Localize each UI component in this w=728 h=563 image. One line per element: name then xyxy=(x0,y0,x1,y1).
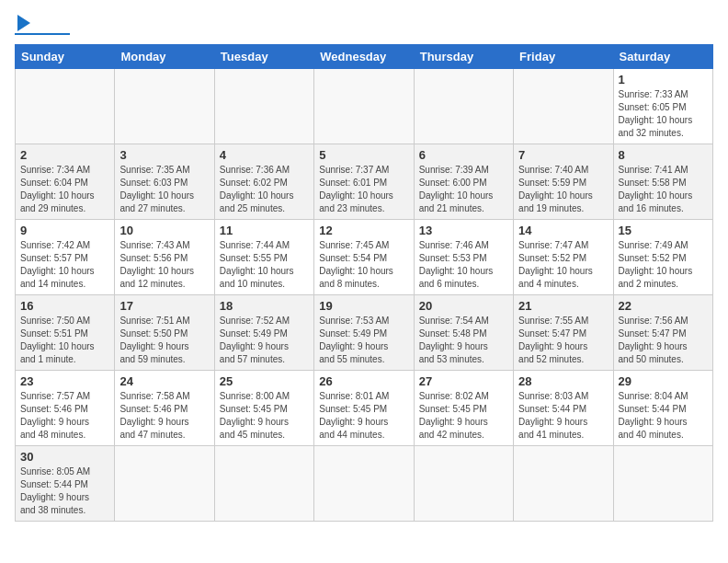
day-number: 26 xyxy=(319,374,408,388)
day-number: 21 xyxy=(518,299,608,313)
day-number: 7 xyxy=(518,148,608,162)
calendar-cell xyxy=(115,69,214,144)
logo xyxy=(15,15,70,35)
day-info: Sunrise: 7:53 AM Sunset: 5:49 PM Dayligh… xyxy=(319,315,408,366)
calendar-cell: 9Sunrise: 7:42 AM Sunset: 5:57 PM Daylig… xyxy=(16,220,115,295)
day-number: 13 xyxy=(419,224,508,237)
calendar-cell xyxy=(613,446,712,522)
day-number: 1 xyxy=(619,73,708,86)
day-info: Sunrise: 7:39 AM Sunset: 6:00 PM Dayligh… xyxy=(419,164,508,215)
day-info: Sunrise: 7:46 AM Sunset: 5:53 PM Dayligh… xyxy=(419,239,508,291)
column-header-monday: Monday xyxy=(115,45,214,69)
calendar-cell: 11Sunrise: 7:44 AM Sunset: 5:55 PM Dayli… xyxy=(214,220,313,295)
calendar-cell: 16Sunrise: 7:50 AM Sunset: 5:51 PM Dayli… xyxy=(16,295,115,371)
day-number: 28 xyxy=(518,374,608,388)
calendar-cell: 6Sunrise: 7:39 AM Sunset: 6:00 PM Daylig… xyxy=(414,144,513,220)
calendar-week-row: 2Sunrise: 7:34 AM Sunset: 6:04 PM Daylig… xyxy=(16,144,713,220)
day-info: Sunrise: 7:55 AM Sunset: 5:47 PM Dayligh… xyxy=(518,315,608,366)
day-number: 9 xyxy=(20,224,109,237)
day-number: 16 xyxy=(20,299,109,313)
calendar-cell xyxy=(214,446,313,522)
calendar-cell: 14Sunrise: 7:47 AM Sunset: 5:52 PM Dayli… xyxy=(514,220,613,295)
day-info: Sunrise: 7:33 AM Sunset: 6:05 PM Dayligh… xyxy=(619,88,708,140)
day-number: 19 xyxy=(319,299,408,313)
day-info: Sunrise: 7:34 AM Sunset: 6:04 PM Dayligh… xyxy=(20,164,109,215)
day-info: Sunrise: 7:42 AM Sunset: 5:57 PM Dayligh… xyxy=(20,239,109,291)
day-info: Sunrise: 7:49 AM Sunset: 5:52 PM Dayligh… xyxy=(619,239,708,291)
calendar-cell xyxy=(314,446,414,522)
calendar-cell xyxy=(214,69,313,144)
day-number: 24 xyxy=(119,374,209,388)
column-header-wednesday: Wednesday xyxy=(314,45,414,69)
day-info: Sunrise: 8:03 AM Sunset: 5:44 PM Dayligh… xyxy=(518,390,608,442)
day-number: 22 xyxy=(619,299,708,313)
calendar-table: SundayMondayTuesdayWednesdayThursdayFrid… xyxy=(15,44,713,522)
day-info: Sunrise: 8:04 AM Sunset: 5:44 PM Dayligh… xyxy=(619,390,708,442)
calendar-cell: 25Sunrise: 8:00 AM Sunset: 5:45 PM Dayli… xyxy=(214,371,313,446)
day-info: Sunrise: 7:36 AM Sunset: 6:02 PM Dayligh… xyxy=(220,164,309,215)
calendar-cell: 26Sunrise: 8:01 AM Sunset: 5:45 PM Dayli… xyxy=(314,371,414,446)
column-header-sunday: Sunday xyxy=(16,45,115,69)
day-info: Sunrise: 7:47 AM Sunset: 5:52 PM Dayligh… xyxy=(518,239,608,291)
day-info: Sunrise: 7:44 AM Sunset: 5:55 PM Dayligh… xyxy=(220,239,309,291)
day-number: 27 xyxy=(419,374,508,388)
day-number: 17 xyxy=(119,299,209,313)
calendar-cell: 19Sunrise: 7:53 AM Sunset: 5:49 PM Dayli… xyxy=(314,295,414,371)
calendar-cell: 12Sunrise: 7:45 AM Sunset: 5:54 PM Dayli… xyxy=(314,220,414,295)
day-info: Sunrise: 7:37 AM Sunset: 6:01 PM Dayligh… xyxy=(319,164,408,215)
calendar-cell: 4Sunrise: 7:36 AM Sunset: 6:02 PM Daylig… xyxy=(214,144,313,220)
calendar-cell: 7Sunrise: 7:40 AM Sunset: 5:59 PM Daylig… xyxy=(514,144,613,220)
calendar-week-row: 23Sunrise: 7:57 AM Sunset: 5:46 PM Dayli… xyxy=(16,371,713,446)
calendar-cell: 17Sunrise: 7:51 AM Sunset: 5:50 PM Dayli… xyxy=(115,295,214,371)
day-info: Sunrise: 8:01 AM Sunset: 5:45 PM Dayligh… xyxy=(319,390,408,442)
logo-underline xyxy=(15,33,70,35)
day-number: 25 xyxy=(220,374,309,388)
day-info: Sunrise: 7:56 AM Sunset: 5:47 PM Dayligh… xyxy=(619,315,708,366)
day-info: Sunrise: 7:45 AM Sunset: 5:54 PM Dayligh… xyxy=(319,239,408,291)
day-number: 4 xyxy=(220,148,309,162)
day-info: Sunrise: 7:40 AM Sunset: 5:59 PM Dayligh… xyxy=(518,164,608,215)
day-info: Sunrise: 7:41 AM Sunset: 5:58 PM Dayligh… xyxy=(619,164,708,215)
day-number: 3 xyxy=(119,148,209,162)
day-number: 30 xyxy=(20,450,109,464)
calendar-cell: 23Sunrise: 7:57 AM Sunset: 5:46 PM Dayli… xyxy=(16,371,115,446)
day-number: 14 xyxy=(518,224,608,237)
calendar-cell: 1Sunrise: 7:33 AM Sunset: 6:05 PM Daylig… xyxy=(613,69,712,144)
calendar-cell xyxy=(115,446,214,522)
calendar-cell: 22Sunrise: 7:56 AM Sunset: 5:47 PM Dayli… xyxy=(613,295,712,371)
calendar-cell: 21Sunrise: 7:55 AM Sunset: 5:47 PM Dayli… xyxy=(514,295,613,371)
calendar-cell: 20Sunrise: 7:54 AM Sunset: 5:48 PM Dayli… xyxy=(414,295,513,371)
day-number: 20 xyxy=(419,299,508,313)
calendar-cell: 29Sunrise: 8:04 AM Sunset: 5:44 PM Dayli… xyxy=(613,371,712,446)
calendar-cell: 13Sunrise: 7:46 AM Sunset: 5:53 PM Dayli… xyxy=(414,220,513,295)
calendar-cell xyxy=(514,446,613,522)
calendar-cell: 27Sunrise: 8:02 AM Sunset: 5:45 PM Dayli… xyxy=(414,371,513,446)
day-info: Sunrise: 7:43 AM Sunset: 5:56 PM Dayligh… xyxy=(119,239,209,291)
calendar-cell xyxy=(514,69,613,144)
calendar-cell xyxy=(414,69,513,144)
calendar-cell xyxy=(414,446,513,522)
calendar-cell: 10Sunrise: 7:43 AM Sunset: 5:56 PM Dayli… xyxy=(115,220,214,295)
day-number: 15 xyxy=(619,224,708,237)
calendar-header-row: SundayMondayTuesdayWednesdayThursdayFrid… xyxy=(16,45,713,69)
day-number: 18 xyxy=(220,299,309,313)
calendar-cell: 8Sunrise: 7:41 AM Sunset: 5:58 PM Daylig… xyxy=(613,144,712,220)
column-header-thursday: Thursday xyxy=(414,45,513,69)
day-info: Sunrise: 7:58 AM Sunset: 5:46 PM Dayligh… xyxy=(119,390,209,442)
calendar-cell: 3Sunrise: 7:35 AM Sunset: 6:03 PM Daylig… xyxy=(115,144,214,220)
day-number: 23 xyxy=(20,374,109,388)
logo-triangle-icon xyxy=(17,15,30,31)
day-info: Sunrise: 7:52 AM Sunset: 5:49 PM Dayligh… xyxy=(220,315,309,366)
day-info: Sunrise: 7:50 AM Sunset: 5:51 PM Dayligh… xyxy=(20,315,109,366)
day-number: 2 xyxy=(20,148,109,162)
calendar-week-row: 16Sunrise: 7:50 AM Sunset: 5:51 PM Dayli… xyxy=(16,295,713,371)
day-info: Sunrise: 8:05 AM Sunset: 5:44 PM Dayligh… xyxy=(20,465,109,517)
calendar-cell xyxy=(314,69,414,144)
day-number: 12 xyxy=(319,224,408,237)
day-info: Sunrise: 7:57 AM Sunset: 5:46 PM Dayligh… xyxy=(20,390,109,442)
calendar-cell: 28Sunrise: 8:03 AM Sunset: 5:44 PM Dayli… xyxy=(514,371,613,446)
calendar-cell: 18Sunrise: 7:52 AM Sunset: 5:49 PM Dayli… xyxy=(214,295,313,371)
calendar-week-row: 30Sunrise: 8:05 AM Sunset: 5:44 PM Dayli… xyxy=(16,446,713,522)
day-number: 8 xyxy=(619,148,708,162)
calendar-cell xyxy=(16,69,115,144)
